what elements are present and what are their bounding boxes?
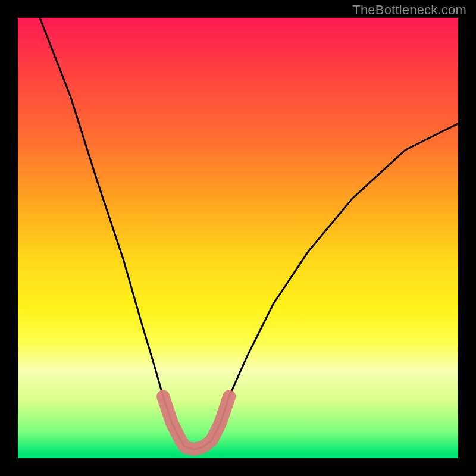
bottleneck-curve bbox=[40, 18, 458, 449]
watermark-text: TheBottleneck.com bbox=[352, 2, 466, 18]
chart-frame: TheBottleneck.com bbox=[0, 0, 476, 476]
bottleneck-curve-svg bbox=[18, 18, 458, 458]
gradient-plot-area bbox=[18, 18, 458, 458]
near-optimal-highlight bbox=[163, 396, 229, 449]
